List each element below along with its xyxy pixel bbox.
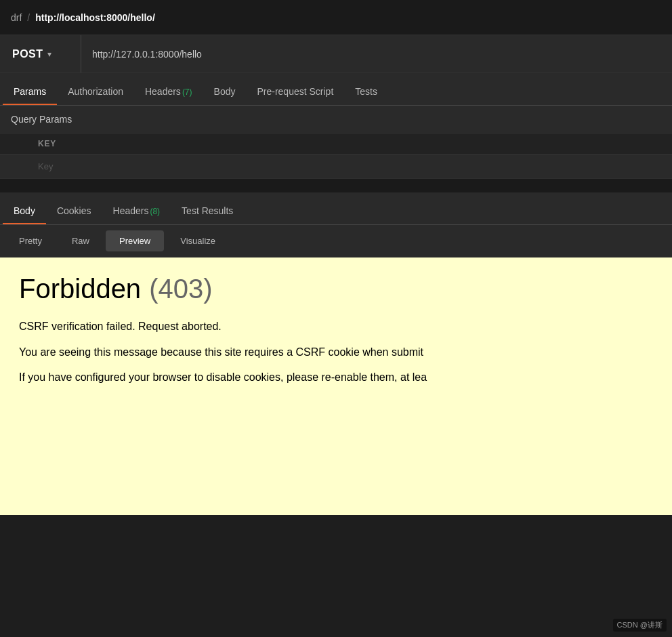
chevron-down-icon: ▾ bbox=[47, 49, 51, 59]
response-content: Forbidden(403) CSRF verification failed.… bbox=[0, 258, 672, 515]
tab-response-body[interactable]: Body bbox=[3, 197, 46, 224]
tab-raw[interactable]: Raw bbox=[58, 230, 103, 251]
breadcrumb-app: drf bbox=[11, 12, 22, 23]
params-row: Key bbox=[0, 155, 672, 179]
tab-pre-request-script[interactable]: Pre-request Script bbox=[246, 78, 344, 105]
url-bar: POST ▾ http://127.0.0.1:8000/hello bbox=[0, 35, 672, 73]
forbidden-heading: Forbidden(403) bbox=[19, 274, 653, 304]
key-placeholder: Key bbox=[38, 161, 53, 171]
section-spacer bbox=[0, 179, 672, 192]
preview-format-tabs: Pretty Raw Preview Visualize bbox=[0, 225, 672, 258]
breadcrumb-url: http://localhost:8000/hello/ bbox=[35, 12, 155, 23]
forbidden-title: Forbidden bbox=[19, 274, 141, 304]
tab-preview[interactable]: Preview bbox=[106, 230, 164, 251]
forbidden-message-1: CSRF verification failed. Request aborte… bbox=[19, 318, 653, 335]
breadcrumb-bar: drf / http://localhost:8000/hello/ bbox=[0, 0, 672, 35]
forbidden-message-2: You are seeing this message because this… bbox=[19, 344, 653, 361]
forbidden-code: (403) bbox=[149, 274, 212, 304]
tab-params[interactable]: Params bbox=[3, 78, 57, 105]
tab-body[interactable]: Body bbox=[203, 78, 247, 105]
tab-authorization[interactable]: Authorization bbox=[57, 78, 134, 105]
tab-visualize[interactable]: Visualize bbox=[167, 230, 229, 251]
response-headers-badge: (8) bbox=[150, 207, 160, 216]
response-tabs: Body Cookies Headers(8) Test Results bbox=[0, 192, 672, 225]
method-selector[interactable]: POST ▾ bbox=[0, 35, 81, 73]
tab-response-headers[interactable]: Headers(8) bbox=[102, 197, 171, 224]
tab-tests[interactable]: Tests bbox=[344, 78, 388, 105]
query-params-header: Query Params bbox=[0, 106, 672, 133]
method-label: POST bbox=[12, 48, 43, 60]
tab-test-results[interactable]: Test Results bbox=[171, 197, 244, 224]
tab-pretty[interactable]: Pretty bbox=[5, 230, 56, 251]
headers-badge: (7) bbox=[182, 87, 192, 97]
query-params-section: Query Params KEY Key bbox=[0, 106, 672, 179]
forbidden-message-3: If you have configured your browser to d… bbox=[19, 369, 653, 386]
request-tabs: Params Authorization Headers(7) Body Pre… bbox=[0, 73, 672, 106]
tab-cookies[interactable]: Cookies bbox=[46, 197, 102, 224]
col-key-label: KEY bbox=[38, 139, 56, 148]
breadcrumb-separator: / bbox=[27, 12, 30, 23]
tab-headers[interactable]: Headers(7) bbox=[134, 78, 203, 105]
url-input[interactable]: http://127.0.0.1:8000/hello bbox=[81, 49, 672, 60]
params-table-header: KEY bbox=[0, 133, 672, 155]
watermark: CSDN @讲斯 bbox=[613, 619, 667, 632]
